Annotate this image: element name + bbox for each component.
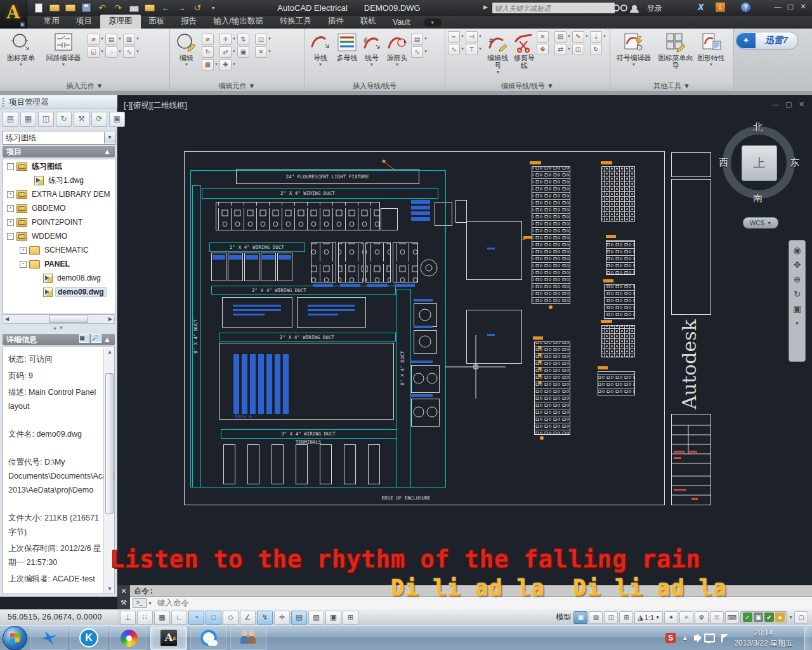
scrollbar-thumb[interactable] bbox=[105, 373, 114, 514]
viewcube-east[interactable]: 东 bbox=[790, 157, 799, 169]
pm-open-project-button[interactable]: ▤ bbox=[3, 112, 18, 127]
search-button[interactable] bbox=[613, 2, 627, 13]
ribbon-extra-menu-button[interactable]: ▾ bbox=[424, 18, 442, 27]
action-center-flag-icon[interactable] bbox=[721, 634, 723, 642]
chevron-down-icon[interactable]: ▼ bbox=[104, 132, 115, 143]
tree-item[interactable]: +SCHEMATIC bbox=[3, 243, 115, 257]
viewcube-west[interactable]: 西 bbox=[719, 157, 728, 169]
viewport-controls-label[interactable]: [-][俯视][二维线框] bbox=[124, 100, 187, 111]
snap-mode-toggle[interactable]: ∷ bbox=[137, 611, 153, 625]
palette-grip[interactable] bbox=[2, 98, 4, 107]
tray-s-icon[interactable]: S bbox=[665, 633, 676, 643]
drawing-minimize-button[interactable]: — bbox=[772, 100, 779, 108]
collapse-box-icon[interactable]: − bbox=[20, 261, 27, 268]
taskbar-k-app-button[interactable]: K bbox=[70, 627, 107, 650]
pm-publish-button[interactable]: ⚒ bbox=[74, 112, 89, 127]
network-icon[interactable] bbox=[704, 633, 715, 642]
pan-icon[interactable]: ✥ bbox=[794, 260, 801, 269]
object-snap-toggle[interactable]: □ bbox=[206, 611, 221, 625]
tree-item[interactable]: +EXTRA LIBRARY DEM bbox=[3, 187, 115, 201]
panel-caption[interactable]: 插入元件 ▼ bbox=[0, 81, 169, 91]
source-arrow-button[interactable]: 源箭头▼ bbox=[384, 30, 410, 67]
coordinates-readout[interactable]: 56.0515, 26.0674, 0.0000 bbox=[0, 609, 119, 625]
scroll-up-icon[interactable]: ▲ bbox=[105, 349, 114, 355]
circuit-builder-button[interactable]: 回路编译器▼ bbox=[41, 30, 86, 67]
palette-splitter[interactable]: ▲▼ bbox=[3, 325, 115, 333]
ribbon-small-button[interactable]: ▤ bbox=[411, 34, 423, 45]
annotation-visibility-button[interactable]: ✦ bbox=[664, 611, 678, 624]
drawing-properties-button[interactable]: 图形特性▼ bbox=[697, 30, 726, 67]
ribbon-small-button[interactable]: ✥ bbox=[219, 59, 232, 70]
ribbon-small-button[interactable]: ⌀ bbox=[202, 34, 214, 45]
restore-button[interactable]: ▢ bbox=[785, 1, 796, 11]
ribbon-small-button[interactable]: ▦ bbox=[202, 59, 214, 70]
back-button[interactable]: ← bbox=[160, 2, 171, 13]
symbol-builder-button[interactable]: 符号编译器▼ bbox=[613, 30, 655, 67]
annotation-autoscale-button[interactable]: ✧ bbox=[679, 611, 693, 624]
quick-view-drawings-button[interactable]: ⊞ bbox=[619, 611, 633, 624]
tray-lock-icon[interactable]: ▣ bbox=[754, 613, 763, 622]
plot-button[interactable] bbox=[128, 2, 140, 13]
forward-button[interactable]: → bbox=[176, 2, 187, 13]
pm-drawing-list-button[interactable]: ◫ bbox=[38, 112, 54, 127]
command-tools-icon[interactable]: ⚒ bbox=[121, 599, 127, 607]
tree-item[interactable]: demo08.dwg bbox=[3, 271, 115, 285]
dynamic-input-toggle[interactable]: ✛ bbox=[274, 611, 290, 625]
preview-button[interactable]: 🔎 bbox=[91, 334, 102, 343]
details-view-button[interactable]: ▤ bbox=[79, 334, 89, 343]
viewcube-north[interactable]: 北 bbox=[753, 121, 763, 133]
ribbon-small-button[interactable]: ✕ bbox=[255, 46, 267, 58]
ribbon-small-button[interactable]: ⇄ bbox=[219, 46, 232, 58]
wire-number-button[interactable]: # 线号▼ bbox=[360, 30, 383, 67]
trim-wire-button[interactable]: 修剪导线 bbox=[513, 30, 535, 69]
tab-online[interactable]: 联机 bbox=[352, 15, 384, 29]
showmotion-icon[interactable]: ▣ bbox=[793, 304, 801, 313]
grid-display-toggle[interactable]: ▦ bbox=[154, 611, 170, 625]
volume-icon[interactable] bbox=[694, 635, 698, 640]
tab-convert-tools[interactable]: 转换工具 bbox=[272, 15, 320, 29]
ribbon-small-button[interactable]: ⇅ bbox=[237, 34, 249, 45]
panel-caption[interactable]: 编辑元件 ▼ bbox=[170, 81, 304, 91]
icon-menu-wizard-button[interactable]: 图标菜单向导 bbox=[656, 30, 695, 69]
open-button[interactable] bbox=[49, 2, 60, 13]
tree-item[interactable]: +GBDEMO bbox=[3, 201, 115, 215]
sheetset-button[interactable] bbox=[144, 2, 155, 13]
lineweight-toggle[interactable]: ▤ bbox=[291, 611, 307, 625]
transparency-toggle[interactable]: ▧ bbox=[308, 611, 324, 625]
ribbon-small-button[interactable]: ✎ bbox=[572, 31, 584, 43]
infer-constraints-toggle[interactable]: ⊥ bbox=[120, 611, 136, 625]
annotation-scale-button[interactable]: ◮1:1▼ bbox=[634, 611, 663, 624]
open-project-button[interactable] bbox=[65, 2, 76, 13]
tab-mianban[interactable]: 面板 bbox=[141, 15, 173, 29]
drawing-close-button[interactable]: ✕ bbox=[799, 100, 804, 109]
taskbar-clock[interactable]: 20:14 2013/3/22 星期五 bbox=[734, 628, 793, 648]
viewcube[interactable]: 北 南 西 东 上 bbox=[717, 121, 800, 204]
tab-changyong[interactable]: 常用 bbox=[36, 15, 68, 29]
tray-check-icon[interactable]: ✔ bbox=[764, 613, 774, 622]
pm-new-drawing-button[interactable]: ▦ bbox=[20, 112, 36, 127]
drawing-viewport[interactable]: 24" FLOURESCENT LIGHT FIXTURE 2" X 4" WI… bbox=[117, 95, 812, 585]
navigation-wheel-icon[interactable]: ◉ bbox=[793, 246, 801, 255]
ribbon-small-button[interactable]: ⌁ bbox=[448, 31, 460, 43]
expand-box-icon[interactable]: + bbox=[7, 191, 14, 198]
collapse-box-icon[interactable]: − bbox=[7, 233, 14, 240]
multiple-bus-button[interactable]: 多母线 bbox=[335, 30, 359, 62]
sign-in-button[interactable]: 登录 bbox=[647, 3, 662, 14]
wcs-menu-button[interactable]: WCS▼ bbox=[743, 217, 778, 229]
icon-menu-button[interactable]: 图标菜单▼ bbox=[3, 30, 39, 67]
autodesk-exchange-button[interactable]: X bbox=[698, 2, 704, 12]
project-selector[interactable]: 练习图纸 ▼ bbox=[3, 131, 115, 145]
palette-title[interactable]: 项目管理器 bbox=[0, 95, 117, 109]
3d-object-snap-toggle[interactable]: ◇ bbox=[223, 611, 239, 625]
ribbon-small-button[interactable]: ▤ bbox=[554, 31, 566, 43]
hidden-icons-button[interactable]: ▲ bbox=[682, 635, 688, 641]
scroll-left-icon[interactable]: ◀ bbox=[3, 316, 11, 322]
show-desktop-button[interactable] bbox=[804, 627, 812, 650]
thunder-overlay-button[interactable]: ✦ 迅雷7 bbox=[736, 32, 798, 50]
undo-button[interactable]: ↶ bbox=[96, 2, 108, 13]
chevron-down-icon[interactable]: ▼ bbox=[148, 601, 152, 606]
scroll-down-icon[interactable]: ▼ bbox=[105, 586, 114, 592]
tree-item-selected[interactable]: demo09.dwg bbox=[3, 285, 115, 299]
orbit-icon[interactable]: ↻ bbox=[794, 289, 801, 298]
communication-center-button[interactable]: ⇩ bbox=[716, 3, 725, 12]
